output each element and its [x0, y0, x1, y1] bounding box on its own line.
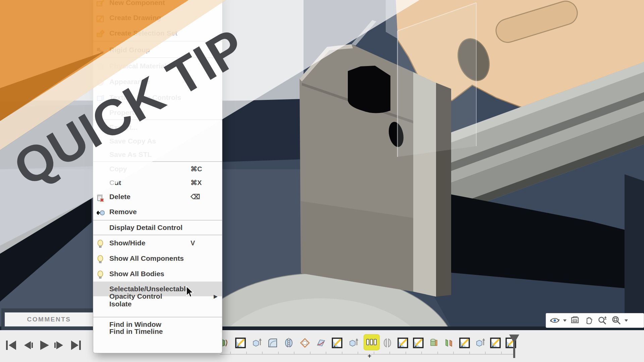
- menu-item-label: Show/Hide: [109, 239, 145, 247]
- menu-item-label: Save As STL: [109, 150, 152, 158]
- pan-tool-icon[interactable]: [583, 315, 595, 326]
- go-to-end-button[interactable]: [68, 339, 83, 351]
- texture-map-icon: [96, 93, 106, 102]
- menu-item-isolate[interactable]: Isolate: [93, 297, 222, 311]
- timeline-feature-fillet-icon[interactable]: [267, 337, 278, 349]
- menu-item-save-as-stl: Save As STL: [93, 147, 222, 162]
- menu-item-label: Export...: [109, 123, 138, 131]
- menu-item-label: Display Detail Control: [109, 224, 182, 231]
- menu-item-display-detail-control[interactable]: Display Detail Control: [93, 220, 222, 235]
- menu-item-label: New Component: [109, 0, 165, 6]
- fit-tool-icon[interactable]: [610, 315, 622, 326]
- menu-item-remove[interactable]: Remove: [93, 204, 222, 219]
- new-component-icon: [96, 0, 106, 7]
- orbit-tool-icon[interactable]: [549, 315, 561, 326]
- play-button[interactable]: [36, 339, 51, 351]
- menu-item-label: Isolate: [109, 300, 132, 308]
- menu-item-label: Remove: [109, 208, 137, 216]
- remove-icon: [96, 207, 106, 216]
- menu-item-save-copy-as: Save Copy As: [93, 134, 222, 148]
- appearance-icon: [96, 77, 106, 86]
- timeline-feature-sketch-icon[interactable]: [331, 337, 343, 349]
- menu-item-label: Create Drawing: [109, 14, 161, 21]
- go-to-start-button[interactable]: [4, 339, 19, 351]
- menu-item-label: Appearance: [109, 78, 150, 85]
- timeline-feature-group-selected-icon[interactable]: [364, 335, 379, 350]
- menu-item-label: Copy: [109, 165, 127, 173]
- comments-tab[interactable]: COMMENTS: [5, 312, 93, 326]
- menu-item-rigid-group[interactable]: Rigid Group: [93, 43, 222, 57]
- menu-item-label: Properties: [109, 109, 144, 116]
- context-menu: New ComponentCreate DrawingCreate Select…: [93, 0, 222, 353]
- timeline-feature-extrude-icon[interactable]: [251, 337, 262, 349]
- menu-item-label: Delete: [109, 193, 130, 200]
- menu-shortcut: A: [191, 74, 195, 89]
- menu-item-properties: Properties: [93, 105, 222, 120]
- menu-separator: [93, 41, 222, 42]
- timeline-feature-sketch-icon[interactable]: [490, 337, 501, 349]
- create-drawing-icon: [96, 13, 106, 22]
- menu-item-label: Rigid Group: [109, 46, 150, 54]
- menu-item-cut[interactable]: Cut⌘X: [93, 175, 222, 190]
- timeline-feature-mirror-icon[interactable]: [283, 337, 294, 349]
- menu-item-label: Texture Map Controls: [109, 94, 181, 101]
- menu-separator: [93, 235, 222, 235]
- timeline-feature-cylinder-icon[interactable]: [428, 337, 439, 349]
- menu-shortcut: ⌘C: [191, 162, 202, 176]
- timeline-feature-sketch-icon[interactable]: [397, 337, 409, 349]
- menu-item-find-in-timeline[interactable]: Find in Timeline: [93, 324, 222, 339]
- menu-item-show-all-bodies[interactable]: Show All Bodies: [93, 266, 222, 281]
- menu-item-label: Cut: [109, 179, 121, 186]
- menu-item-show-all-components[interactable]: Show All Components: [93, 251, 222, 266]
- bulb-icon: [96, 239, 106, 247]
- timeline-feature-sketch-icon[interactable]: [413, 337, 424, 349]
- menu-item-delete[interactable]: Delete⌫: [93, 189, 222, 204]
- timeline-feature-sketch-icon[interactable]: [235, 337, 246, 349]
- view-navigation-toolbar: [546, 313, 644, 328]
- rigid-group-icon: [96, 46, 106, 54]
- timeline-feature-extrude-icon[interactable]: [474, 337, 486, 349]
- menu-shortcut: V: [191, 236, 195, 250]
- menu-item-texture-map-controls: Texture Map Controls: [93, 90, 222, 105]
- menu-item-create-drawing[interactable]: Create Drawing: [93, 10, 222, 25]
- menu-item-copy: Copy⌘C: [93, 162, 222, 176]
- zoom-tool-icon[interactable]: [596, 315, 608, 326]
- timeline-feature-mirror-muted-icon[interactable]: [382, 337, 393, 349]
- create-selection-set-icon: [96, 29, 106, 38]
- menu-item-physical-material: Physical Material: [93, 59, 222, 73]
- menu-item-create-selection-set[interactable]: Create Selection Set: [93, 26, 222, 41]
- menu-item-label: Physical Material: [109, 62, 166, 70]
- menu-separator: [93, 57, 222, 58]
- menu-item-export: Export...: [93, 120, 222, 135]
- step-back-button[interactable]: [20, 339, 35, 351]
- menu-item-new-component[interactable]: New Component: [93, 0, 222, 10]
- delete-icon: [96, 192, 106, 201]
- menu-item-show-hide[interactable]: Show/HideV: [93, 236, 222, 250]
- timeline-feature-combine-icon[interactable]: [299, 337, 311, 349]
- timeline-insert-marker[interactable]: +: [368, 352, 371, 360]
- physical-material-icon: [96, 62, 106, 70]
- menu-item-label: Show All Bodies: [109, 270, 164, 278]
- step-forward-button[interactable]: [52, 339, 67, 351]
- bulb-icon: [96, 254, 106, 263]
- menu-item-label: Save Copy As: [109, 137, 156, 145]
- timeline-feature-form-icon[interactable]: [315, 337, 327, 349]
- chevron-down-icon[interactable]: [562, 315, 567, 326]
- menu-item-label: Create Selection Set: [109, 29, 177, 37]
- menu-item-label: Show All Components: [109, 254, 184, 262]
- chevron-down-icon[interactable]: [624, 315, 629, 326]
- app-window: COMMENTS + New ComponentCreate DrawingCr…: [0, 0, 644, 362]
- timeline-feature-sketch-icon[interactable]: [459, 337, 470, 349]
- menu-shortcut: ⌫: [191, 189, 200, 204]
- timeline-feature-extrude-icon[interactable]: [347, 337, 359, 349]
- menu-item-appearance: AppearanceA: [93, 74, 222, 89]
- timeline-feature-split-icon[interactable]: [443, 337, 455, 349]
- menu-item-label: Find in Timeline: [109, 327, 163, 335]
- look-at-tool-icon[interactable]: [569, 315, 581, 326]
- timeline-playhead[interactable]: [509, 335, 523, 360]
- timeline-ruler: [220, 354, 515, 355]
- menu-shortcut: ⌘X: [191, 175, 202, 190]
- bulb-icon: [96, 269, 106, 278]
